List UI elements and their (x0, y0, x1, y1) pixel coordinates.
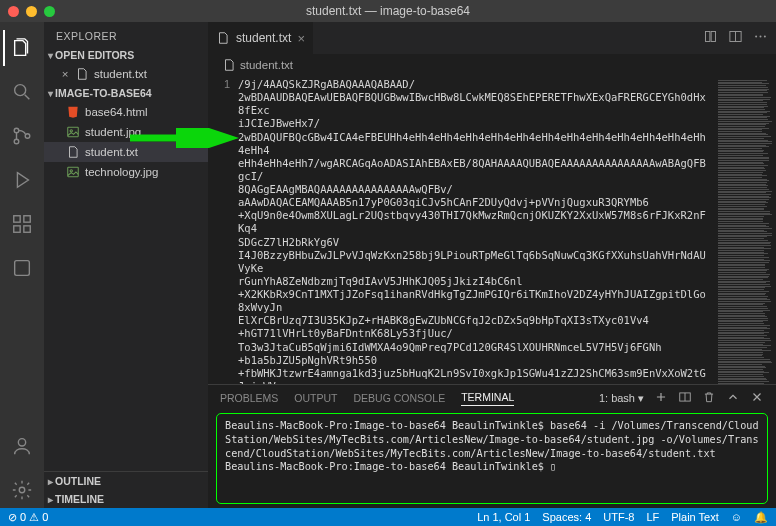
search-activity-icon[interactable] (4, 74, 40, 110)
svg-point-9 (18, 439, 25, 446)
debug-activity-icon[interactable] (4, 162, 40, 198)
more-actions-icon[interactable] (753, 29, 768, 47)
close-editor-icon[interactable]: × (58, 68, 72, 80)
terminal-dropdown[interactable]: 1: bash▾ (599, 392, 644, 405)
status-problems[interactable]: ⊘ 0 ⚠ 0 (8, 511, 48, 524)
status-cursor[interactable]: Ln 1, Col 1 (477, 511, 530, 523)
project-section[interactable]: ▾IMAGE-TO-BASE64 (44, 84, 208, 102)
explorer-sidebar: EXPLORER ▾OPEN EDITORS × student.txt ▾IM… (44, 22, 208, 508)
kill-terminal-icon[interactable] (702, 390, 716, 406)
split-terminal-icon[interactable] (678, 390, 692, 406)
status-bell-icon[interactable]: 🔔 (754, 511, 768, 524)
line-number-gutter: 1 (208, 76, 238, 384)
accounts-icon[interactable] (4, 428, 40, 464)
editor-tab[interactable]: student.txt × (208, 22, 313, 54)
activity-bar (0, 22, 44, 508)
line-number: 1 (224, 78, 230, 90)
file-icon (222, 58, 236, 72)
split-editor-icon[interactable] (728, 29, 743, 47)
file-name: student.txt (85, 146, 138, 158)
status-eol[interactable]: LF (646, 511, 659, 523)
svg-point-1 (14, 128, 19, 133)
open-editors-section[interactable]: ▾OPEN EDITORS (44, 46, 208, 64)
file-tree-item[interactable]: technology.jpg (44, 162, 208, 182)
svg-rect-4 (14, 216, 20, 222)
editor-tabs: student.txt × (208, 22, 776, 54)
window-title: student.txt — image-to-base64 (0, 4, 776, 18)
image-file-icon (66, 125, 80, 139)
file-icon (216, 31, 230, 45)
open-editor-name: student.txt (94, 68, 147, 80)
image-file-icon (66, 165, 80, 179)
svg-point-0 (15, 85, 26, 96)
panel-tab-output[interactable]: OUTPUT (294, 392, 337, 404)
code-text[interactable]: /9j/4AAQSkZJRgABAQAAAQABAAD/ 2wBDAAUDBAQ… (238, 76, 714, 384)
terminal-output[interactable]: Beaulins-MacBook-Pro:Image-to-base64 Bea… (216, 413, 768, 504)
text-file-icon (66, 145, 80, 159)
bottom-panel: PROBLEMS OUTPUT DEBUG CONSOLE TERMINAL 1… (208, 384, 776, 508)
terminal-dropdown-label: 1: bash (599, 392, 635, 404)
svg-point-14 (70, 170, 72, 172)
svg-rect-16 (711, 32, 715, 42)
file-name: base64.html (85, 106, 148, 118)
svg-rect-13 (68, 167, 79, 176)
status-encoding[interactable]: UTF-8 (603, 511, 634, 523)
file-tree-item[interactable]: base64.html (44, 102, 208, 122)
svg-rect-7 (24, 216, 30, 222)
html-file-icon (66, 105, 80, 119)
breadcrumb[interactable]: student.txt (208, 54, 776, 76)
compare-icon[interactable] (703, 29, 718, 47)
svg-rect-5 (14, 226, 20, 232)
explorer-activity-icon[interactable] (3, 30, 39, 66)
panel-tab-terminal[interactable]: TERMINAL (461, 391, 514, 406)
status-language[interactable]: Plain Text (671, 511, 719, 523)
svg-rect-8 (15, 261, 30, 276)
svg-rect-11 (68, 127, 79, 136)
window-titlebar: student.txt — image-to-base64 (0, 0, 776, 22)
status-spaces[interactable]: Spaces: 4 (542, 511, 591, 523)
source-control-activity-icon[interactable] (4, 118, 40, 154)
file-name: student.jpg (85, 126, 141, 138)
svg-rect-15 (706, 32, 710, 42)
timeline-label: TIMELINE (55, 493, 104, 505)
svg-point-19 (760, 36, 762, 38)
svg-point-2 (14, 139, 19, 144)
panel-tab-problems[interactable]: PROBLEMS (220, 392, 278, 404)
minimap[interactable] (714, 76, 776, 384)
close-tab-icon[interactable]: × (297, 31, 305, 46)
sidebar-title: EXPLORER (44, 22, 208, 46)
editor-content[interactable]: 1 /9j/4AAQSkZJRgABAQAAAQABAAD/ 2wBDAAUDB… (208, 76, 776, 384)
file-name: technology.jpg (85, 166, 158, 178)
test-activity-icon[interactable] (4, 250, 40, 286)
editor-area: student.txt × student.txt 1 /9j/4AAQSkZJ… (208, 22, 776, 508)
file-icon (75, 67, 89, 81)
file-tree-item[interactable]: student.jpg (44, 122, 208, 142)
svg-point-18 (755, 36, 757, 38)
outline-section[interactable]: ▸OUTLINE (44, 472, 208, 490)
tab-title: student.txt (236, 31, 291, 45)
new-terminal-icon[interactable] (654, 390, 668, 406)
breadcrumb-item: student.txt (240, 59, 293, 71)
svg-point-20 (764, 36, 766, 38)
outline-label: OUTLINE (55, 475, 101, 487)
file-tree: base64.html student.jpg student.txt tech… (44, 102, 208, 182)
project-label: IMAGE-TO-BASE64 (55, 87, 152, 99)
svg-point-12 (70, 130, 72, 132)
svg-rect-6 (24, 226, 30, 232)
close-panel-icon[interactable] (750, 390, 764, 406)
extensions-activity-icon[interactable] (4, 206, 40, 242)
svg-point-10 (19, 487, 25, 493)
open-editors-label: OPEN EDITORS (55, 49, 134, 61)
maximize-panel-icon[interactable] (726, 390, 740, 406)
svg-point-3 (25, 134, 30, 139)
status-feedback-icon[interactable]: ☺ (731, 511, 742, 523)
status-bar: ⊘ 0 ⚠ 0 Ln 1, Col 1 Spaces: 4 UTF-8 LF P… (0, 508, 776, 526)
settings-gear-icon[interactable] (4, 472, 40, 508)
chevron-down-icon: ▾ (638, 392, 644, 405)
timeline-section[interactable]: ▸TIMELINE (44, 490, 208, 508)
panel-tab-debug[interactable]: DEBUG CONSOLE (354, 392, 446, 404)
open-editor-item[interactable]: × student.txt (44, 64, 208, 84)
file-tree-item[interactable]: student.txt (44, 142, 208, 162)
